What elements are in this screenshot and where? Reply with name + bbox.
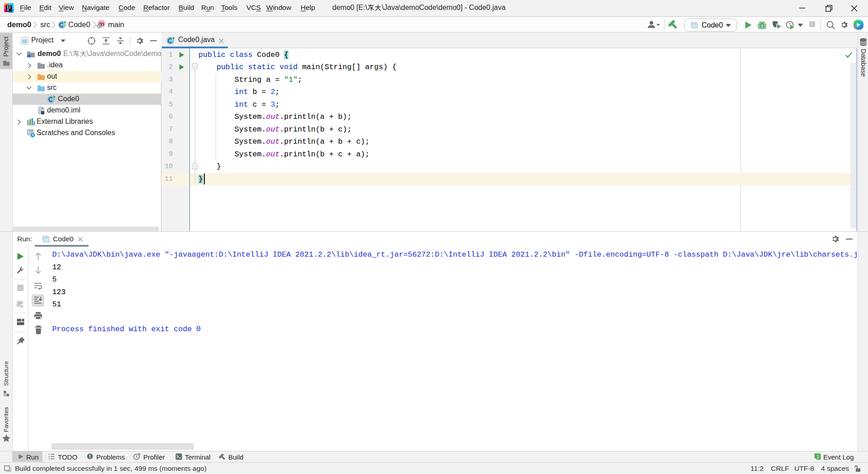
svg-text:1: 1 [816,454,819,460]
